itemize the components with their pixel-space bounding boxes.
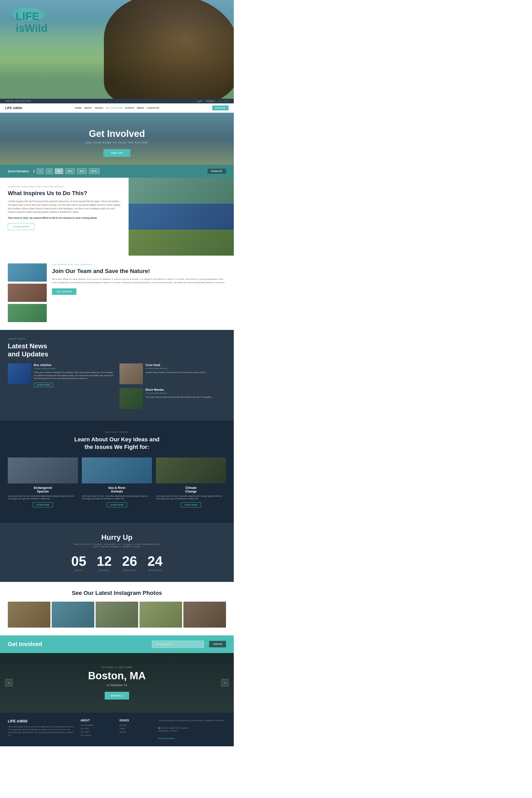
ocean-image xyxy=(129,204,234,230)
inspires-highlight: This much is clear: we cannot afford to … xyxy=(8,217,121,219)
jellyfish-learn-more[interactable]: LEARN MORE xyxy=(34,383,53,387)
donation-25[interactable]: $25 xyxy=(65,168,75,174)
learn-more-button[interactable]: LEARN MORE xyxy=(8,223,34,230)
donation-symbol: $ xyxy=(33,170,35,173)
mamba-meta: 16 Sept. by Mark McKohen xyxy=(146,392,226,394)
boston-prev-button[interactable]: ‹ xyxy=(5,679,13,686)
get-involved-submit-button[interactable]: JOIN US! xyxy=(209,641,226,647)
instagram-photo-2[interactable] xyxy=(52,602,94,628)
jellyfish-body: There are a number of species of box jel… xyxy=(34,371,114,380)
nav-about[interactable]: ABOUT xyxy=(84,107,92,109)
news-item-snail: Cone Snail 16 Sept. by Mark McKohen Anot… xyxy=(119,363,226,384)
nav-get-involved[interactable]: GET INVOLVED xyxy=(106,107,122,109)
snail-image xyxy=(119,363,143,384)
topbar: Toll-free: 800 (234) 6789 Login Register… xyxy=(0,99,234,103)
endangered-body: Lorem ipsum dolor sit amet, consectetur … xyxy=(8,495,78,500)
latest-news-tag: LATEST NEWS xyxy=(8,338,226,340)
footer-body-text: Lorem ipsum dolor sit amet, consectetur … xyxy=(8,725,75,737)
endangered-title: EndangeredSpecies xyxy=(8,486,78,493)
hours-label: HOURS xyxy=(97,569,112,571)
logo-life: LIFE xyxy=(16,10,39,22)
footer-issues-heading: Issues xyxy=(119,719,153,722)
key-ideas-grid: EndangeredSpecies Lorem ipsum dolor sit … xyxy=(8,457,226,507)
mamba-image xyxy=(119,388,143,409)
get-involved-title: Get Involved xyxy=(8,128,226,139)
footer-about: About Our Candidate Our Party Our Team O… xyxy=(80,719,114,740)
wolf-image xyxy=(8,457,78,483)
topbar-register[interactable]: Register xyxy=(206,100,215,102)
join-us-button[interactable]: JOIN US! xyxy=(103,149,130,157)
donation-50[interactable]: $50 xyxy=(77,168,87,174)
nav-donate-button[interactable]: DONATE xyxy=(212,106,229,110)
social-icon-2[interactable]: ● xyxy=(222,100,223,102)
footer-link-projects[interactable]: Our Projects xyxy=(80,734,114,737)
hurry-up-subtitle: THE CLOCK IS TICKING, SO HURRY UP TO MAK… xyxy=(8,543,226,548)
instagram-section: See Our Latest Instagram Photos xyxy=(0,582,234,635)
latest-news-title: Latest Newsand Updates xyxy=(8,342,226,358)
donation-5[interactable]: 5 xyxy=(46,168,53,174)
footer-link-team[interactable]: Our Team xyxy=(80,731,114,733)
countdown-seconds: 24 SECONDS xyxy=(148,554,163,571)
key-ideas-section: OUR KEY IDEAS Learn About Our Key Ideas … xyxy=(0,421,234,522)
countdown-days: 05 DAYS xyxy=(71,554,86,571)
endangered-learn-more[interactable]: LEARN MORE xyxy=(33,502,53,507)
social-icon-3[interactable]: ● xyxy=(225,100,226,102)
donation-100[interactable]: $100 xyxy=(89,168,100,174)
logo-iswild: isWild xyxy=(16,22,48,34)
join-team-images xyxy=(8,263,47,322)
nav-links: HOME ABOUT ISSUES GET INVOLVED EVENTS ME… xyxy=(26,107,208,109)
footer-link-plants[interactable]: Plants xyxy=(119,727,153,730)
social-icon-4[interactable]: ● xyxy=(227,100,229,102)
email-input[interactable] xyxy=(152,641,204,648)
footer-about-links: Our Candidate Our Party Our Team Our Pro… xyxy=(80,724,114,737)
footer-link-testing[interactable]: Testing xyxy=(119,731,153,733)
volunteer-button[interactable]: VOLUNTEER xyxy=(52,288,76,295)
boston-tag: ATTEND A LECTURE xyxy=(8,666,226,669)
nav-logo[interactable]: LIFE isWild xyxy=(5,106,22,110)
footer-brand: LIFE isWild Lorem ipsum dolor sit amet, … xyxy=(8,719,75,740)
nav-contacts[interactable]: CONTACTS xyxy=(147,107,159,109)
nav-issues[interactable]: ISSUES xyxy=(95,107,103,109)
boston-details-button[interactable]: DETAILS xyxy=(105,692,129,700)
inspires-section: STANDING TOGETHER FOR A BETTER WORLD Wha… xyxy=(0,178,129,255)
nav-events[interactable]: EVENTS xyxy=(125,107,134,109)
snail-content: Cone Snail 16 Sept. by Mark McKohen Anot… xyxy=(146,363,226,384)
inspires-body: And the impacts will reach far beyond th… xyxy=(8,200,121,214)
join-image-1 xyxy=(8,263,47,282)
footer-link-candidate[interactable]: Our Candidate xyxy=(80,724,114,726)
quick-donation-label: Quick Donation xyxy=(8,170,29,173)
nav-home[interactable]: HOME xyxy=(75,107,81,109)
donate-button[interactable]: DONATE xyxy=(208,169,226,174)
mamba-body: This super-sexy true killer, because the… xyxy=(146,396,226,398)
instagram-photo-1[interactable] xyxy=(8,602,51,628)
topbar-social: ● ● ● ● xyxy=(219,100,229,102)
nav-media[interactable]: MEDIA xyxy=(137,107,144,109)
join-team-title: Join Our Team and Save the Nature! xyxy=(52,268,226,274)
inspires-title: What Inspires Us to Do This? xyxy=(8,190,121,197)
hero-section: LIFE isWild xyxy=(0,0,234,99)
mountain-image xyxy=(129,178,234,204)
jellyfish-content: Box Jellyfish 16 Sept. by Mark McKohen T… xyxy=(34,363,114,387)
footer: LIFE isWild Lorem ipsum dolor sit amet, … xyxy=(0,712,234,746)
logo-text: LIFE isWild xyxy=(16,11,48,34)
quick-donation-bar: Quick Donation $ 1 5 $5 $25 $50 $100 DON… xyxy=(0,165,234,178)
hero-logo: LIFE isWild xyxy=(16,11,48,34)
social-icon-1[interactable]: ● xyxy=(219,100,220,102)
inspires-images xyxy=(129,178,234,255)
donation-5-highlight[interactable]: $5 xyxy=(55,168,63,174)
footer-about-heading: About xyxy=(80,719,114,722)
climate-learn-more[interactable]: LEARN MORE xyxy=(181,502,201,507)
minutes-label: MINUTES xyxy=(122,569,137,571)
donation-1[interactable]: 1 xyxy=(37,168,44,174)
boston-next-button[interactable]: › xyxy=(221,679,229,686)
sea-learn-more[interactable]: LEARN MORE xyxy=(107,502,127,507)
topbar-login[interactable]: Login xyxy=(197,100,202,102)
footer-link-animals[interactable]: Animals xyxy=(119,724,153,726)
jellyfish-image xyxy=(8,363,31,384)
instagram-photo-3[interactable] xyxy=(96,602,138,628)
instagram-photo-5[interactable] xyxy=(184,602,226,628)
key-ideas-tag: OUR KEY IDEAS xyxy=(8,431,226,433)
hurry-up-section: Hurry Up THE CLOCK IS TICKING, SO HURRY … xyxy=(0,523,234,582)
instagram-photo-4[interactable] xyxy=(139,602,182,628)
footer-link-party[interactable]: Our Party xyxy=(80,727,114,730)
